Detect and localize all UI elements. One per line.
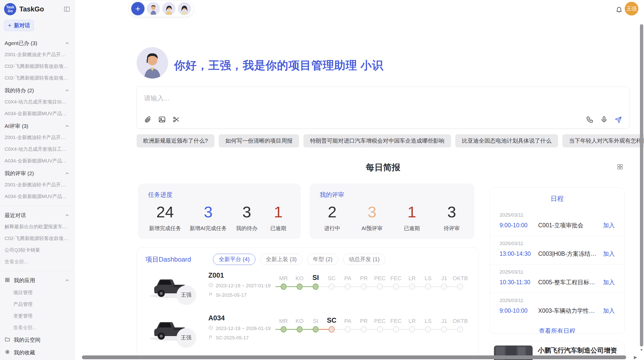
milestone-cell: LR <box>404 315 420 334</box>
chat-composer <box>137 86 630 129</box>
scroll-right-arrow-icon[interactable]: ▶ <box>634 355 637 360</box>
milestone-label: LS <box>425 318 432 324</box>
sidebar-task-item[interactable]: C0X4-动力总成开发项目SI里程碑提交物检查 <box>4 96 70 108</box>
milestone-dot <box>345 283 351 290</box>
stat-value: 1 <box>274 203 283 221</box>
join-meeting-link[interactable]: 加入 <box>603 278 615 286</box>
session-avatar[interactable] <box>147 2 160 15</box>
milestone-dot-row <box>324 325 340 334</box>
sidebar-task-item[interactable]: C02-飞腾新能源轻客改款项目立项汇报方案 <box>4 72 70 84</box>
milestone-label-wrap: KO <box>291 273 308 282</box>
layout-grid-icon[interactable] <box>617 163 624 171</box>
recent-chats-header[interactable]: 最近对话 <box>4 209 70 221</box>
stat-item: 3AI预评审 <box>361 203 384 232</box>
app-logo: Task Go <box>4 3 16 15</box>
dashboard-tab[interactable]: 全新上装 (3) <box>260 254 302 265</box>
suggestion-chip[interactable]: 比亚迪全固态电池计划具体说了什么 <box>455 134 558 147</box>
notification-bell-icon[interactable] <box>616 6 623 14</box>
sidebar-section-header[interactable]: Agent已办 (3) <box>4 37 70 49</box>
microphone-icon[interactable] <box>600 116 608 123</box>
scroll-down-arrow-icon[interactable]: ▼ <box>640 348 643 352</box>
chevron-up-icon[interactable] <box>65 41 70 46</box>
suggestion-chip[interactable]: 当下年轻人对汽车外观有怎样的喜好趋势 <box>562 134 644 147</box>
add-session-button[interactable]: + <box>131 2 144 15</box>
stat-label: 我的待办 <box>236 225 257 232</box>
recent-chat-item[interactable]: 解释最新出台的欧盟报废车法规再生塑料比例被调至15%... <box>4 221 70 233</box>
stat-label: 新增AI完成任务 <box>190 225 227 232</box>
collapse-sidebar-icon[interactable] <box>64 6 70 12</box>
sidebar-task-item[interactable]: Z001-全新燃油轻卡产品开发项目SI造型提交物评审 <box>4 132 70 143</box>
suggestion-chip[interactable]: 如何写一份清晰的项目周报 <box>219 134 299 147</box>
milestone-label-wrap: SC <box>324 315 340 324</box>
vertical-scrollbar-thumb[interactable] <box>640 24 643 347</box>
dashboard-tab[interactable]: 动总开发 (1) <box>343 254 385 265</box>
app-link[interactable]: 产品管理 <box>4 298 70 310</box>
sidebar-item-my-apps[interactable]: 我的应用 <box>4 274 70 287</box>
cloud-space-label: 我的云空间 <box>14 336 40 343</box>
sidebar-task-item[interactable]: A034-全新新能源MUV产品开发项目造型可行性评审 <box>4 191 70 202</box>
sidebar-task-item[interactable]: C02-飞腾新能源轻客改款项目里程碑画布 <box>4 61 70 72</box>
chevron-up-icon[interactable] <box>65 124 70 129</box>
schedule-event: 2025/03/1110:30-11:30C005-整车工程目标评审加入 <box>490 265 624 293</box>
dashboard-tab[interactable]: 全新平台 (4) <box>213 254 255 265</box>
sidebar-task-item[interactable]: Z001-全新燃油轻卡产品开发项目SI节点属性5D文件评审 <box>4 179 70 191</box>
sidebar-task-item[interactable]: A034-全新新能源MUV产品开发项目法规符合性评审 <box>4 155 70 167</box>
view-all-schedule-link[interactable]: 查看所有日程 <box>490 327 624 334</box>
suggestion-chip[interactable]: 特朗普可能对进口汽车增税会对中国车企造成哪些影响 <box>303 134 451 147</box>
session-avatar[interactable] <box>162 2 175 15</box>
image-upload-icon[interactable] <box>158 116 166 123</box>
sidebar-task-item[interactable]: Z001-全新燃油皮卡产品开发项目SI节点Lesson Learn报告 <box>4 49 70 61</box>
app-link[interactable]: 项目管理 <box>4 287 70 298</box>
sidebar-section-header[interactable]: 我的评审 (2) <box>4 167 70 179</box>
suggestion-chip[interactable]: 欧洲新规最近颁布了什么? <box>137 134 214 147</box>
send-icon[interactable] <box>614 116 622 123</box>
milestone-cell: J1 <box>436 315 452 334</box>
sidebar-task-item[interactable]: A034-全新新能源MUV产品开发项目计划变更表编写 <box>4 108 70 119</box>
milestone-label-wrap: LS <box>420 273 436 282</box>
sidebar-section-header[interactable]: 我的待办 (2) <box>4 84 70 96</box>
my-apps-label: 我的应用 <box>14 277 35 284</box>
voice-call-icon[interactable] <box>586 116 594 123</box>
join-meeting-link[interactable]: 加入 <box>603 221 615 229</box>
folder-icon <box>5 337 10 343</box>
chevron-up-icon[interactable] <box>65 278 70 283</box>
schedule-title: 日程 <box>490 194 624 203</box>
horizontal-scrollbar-thumb[interactable] <box>82 355 626 359</box>
join-meeting-link[interactable]: 加入 <box>603 250 615 258</box>
milestone-label: OKTB <box>453 275 468 282</box>
user-avatar[interactable]: 王强 <box>625 2 638 16</box>
milestone-label: MR <box>279 275 288 282</box>
new-chat-button[interactable]: + 新对话 <box>4 20 34 31</box>
event-main: 9:00-10:00X003-车辆动力学性能验...加入 <box>500 307 615 315</box>
schedule-card: 日程 2025/03/119:00-10:00C001-立项审批会加入2025/… <box>490 187 625 334</box>
app-link[interactable]: 变更管理 <box>4 310 70 322</box>
chat-input[interactable] <box>144 94 622 109</box>
event-date: 2025/03/11 <box>500 241 615 246</box>
screenshot-scissors-icon[interactable] <box>172 116 180 123</box>
recent-chat-item[interactable]: C02-飞腾新能源轻客改款项目的闭环通告反馈情况 <box>4 233 70 244</box>
sidebar-item-cloud-space[interactable]: 我的云空间 <box>4 334 70 346</box>
sidebar-section-header[interactable]: AI评审 (3) <box>4 119 70 132</box>
milestone-dot <box>425 326 431 333</box>
view-all-apps-link[interactable]: 查看全部... <box>4 322 70 334</box>
recent-chat-item[interactable]: 公司Q3轻卡销量 <box>4 244 70 256</box>
session-avatar[interactable] <box>178 2 191 15</box>
stat-value: 3 <box>368 203 376 221</box>
join-meeting-link[interactable]: 加入 <box>603 307 615 315</box>
stat-label: 新增完成任务 <box>149 225 181 232</box>
chevron-up-icon[interactable] <box>65 88 70 93</box>
milestone-dot <box>377 283 383 290</box>
project-owner-badge: 王强 <box>177 328 196 347</box>
sidebar-item-favorites[interactable]: 我的收藏 <box>4 346 70 359</box>
project-dates-text: 2023-12-19 ~ 2027-01-19 <box>216 283 271 289</box>
milestone-dot <box>313 326 318 333</box>
milestone-cell: MR <box>275 315 291 334</box>
chevron-up-icon[interactable] <box>65 171 70 176</box>
milestone-dot <box>313 283 318 290</box>
dashboard-tab[interactable]: 年型 (2) <box>307 254 338 265</box>
attachment-paperclip-icon[interactable] <box>144 116 152 123</box>
sidebar-task-item[interactable]: C0X4-动力总成开发项目工程变更评审 <box>4 143 70 155</box>
view-all-chats-link[interactable]: 查看全部... <box>4 256 70 268</box>
milestone-label: KO <box>296 318 304 324</box>
chevron-up-icon[interactable] <box>65 213 70 218</box>
